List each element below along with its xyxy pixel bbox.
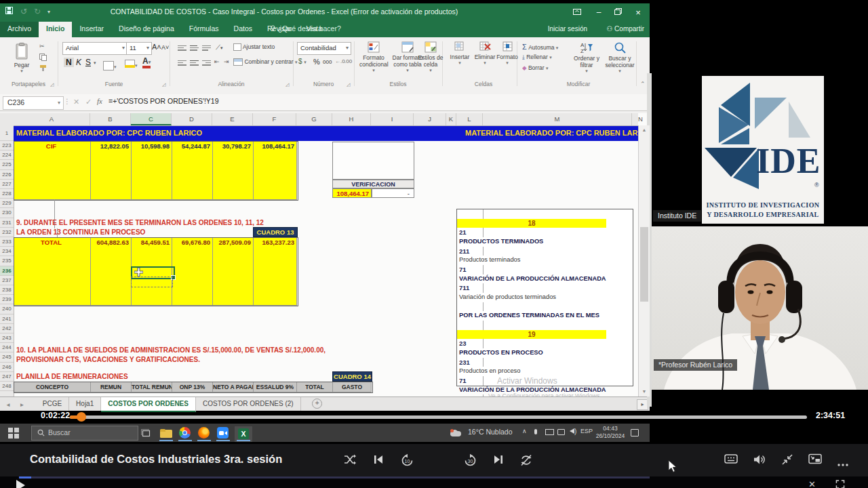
collapse-ribbon-icon[interactable]: ⌃ (640, 81, 646, 87)
ribbon-tab-datos[interactable]: Datos (226, 22, 260, 37)
row-header-237[interactable]: 237 (0, 276, 14, 285)
tray-keyboard-icon[interactable] (545, 429, 554, 436)
rewind-10-icon[interactable]: 10 (400, 453, 415, 468)
scroll-up-icon[interactable]: ▲ (639, 125, 650, 135)
account-code[interactable]: 71 (457, 265, 484, 274)
share-button[interactable]: ⚇ Compartir (606, 25, 644, 33)
orientation-icon[interactable]: ⟋▾ (216, 43, 223, 52)
accounting-format-icon[interactable]: $ ▾ (298, 58, 307, 65)
font-color-icon[interactable]: A▾ (142, 56, 151, 66)
row-header-225[interactable]: 225 (0, 160, 14, 169)
previous-track-icon[interactable] (372, 453, 387, 468)
increase-font-icon[interactable]: A˄ (152, 43, 161, 51)
cell[interactable]: 163,237.23 (254, 238, 297, 306)
italic-button[interactable]: K (76, 58, 81, 67)
bold-button[interactable]: N (64, 58, 74, 67)
clear-button[interactable]: ◆ Borrar ▾ (522, 64, 570, 71)
account-code[interactable] (457, 321, 484, 330)
row-header-229[interactable]: 229 (0, 199, 14, 208)
next-track-icon[interactable] (492, 453, 507, 468)
account-name[interactable]: Variación de productos terminados (457, 293, 606, 302)
cell[interactable]: ONP 13% (172, 382, 213, 392)
formula-text[interactable]: =+'COSTOS POR ORDENES'!Y19 (108, 97, 219, 105)
sheet-tab-costos-por-ordenes[interactable]: COSTOS POR ORDENES (101, 397, 196, 412)
comma-style-icon[interactable]: 000 (323, 59, 332, 65)
weather-icon[interactable] (450, 428, 465, 443)
seek-knob[interactable] (77, 412, 86, 422)
cut-icon[interactable]: ✂ (39, 43, 45, 49)
column-header-F[interactable]: F (253, 113, 296, 125)
fill-button[interactable]: ⤓ Rellenar ▾ (522, 54, 570, 61)
cuadro-14-tag[interactable]: CUADRO 14 (332, 371, 372, 382)
cell[interactable]: GASTO (333, 382, 372, 392)
column-header-J[interactable]: J (414, 113, 446, 125)
collapse-view-icon[interactable] (781, 453, 796, 468)
merge-center-button[interactable]: Combinar y centrar ▾ (233, 58, 298, 66)
row-header-231[interactable]: 231 (0, 218, 14, 228)
sheet-tab-pcge[interactable]: PCGE (36, 397, 69, 411)
ribbon-tab-dise-o-de-p-gina[interactable]: Diseño de página (111, 22, 182, 37)
row-header-233[interactable]: 233 (0, 237, 14, 247)
note-10-line1[interactable]: 10. LA PLANILLA DE SUELDOS DE ADMINISTRA… (16, 346, 326, 354)
cancel-formula-icon[interactable]: ✕ (73, 98, 79, 106)
task-view-icon[interactable] (141, 428, 156, 443)
account-code[interactable]: 21 (457, 228, 484, 237)
tray-language[interactable]: ESP (580, 428, 593, 434)
underline-dropdown-icon[interactable]: ▾ (94, 60, 96, 66)
row-header-234[interactable]: 234 (0, 247, 14, 256)
more-options-icon[interactable] (837, 458, 852, 472)
seek-bar[interactable] (70, 415, 807, 419)
cell[interactable]: REMUN (91, 382, 132, 392)
row-header-224[interactable]: 224 (0, 150, 14, 160)
row-header-235[interactable]: 235 (0, 256, 14, 266)
column-header-G[interactable]: G (296, 113, 332, 125)
picture-in-picture-icon[interactable] (808, 453, 823, 468)
weather-text[interactable]: 16°C Nublado (468, 428, 513, 436)
account-name[interactable]: 18 (457, 219, 606, 228)
column-header-A[interactable]: A (14, 113, 90, 125)
cell[interactable]: ESSALUD 9% (254, 382, 297, 392)
account-name[interactable]: PRODUCTOS TERMINADOS (457, 237, 606, 247)
copy-icon[interactable] (39, 54, 47, 62)
account-name[interactable]: Productos terminados (457, 256, 606, 265)
row-header-244[interactable]: 244 (0, 343, 14, 352)
font-name-select[interactable]: Arial▾ (62, 42, 127, 55)
account-code[interactable] (457, 209, 484, 219)
percent-style-icon[interactable]: % (313, 58, 320, 66)
start-button[interactable] (8, 428, 23, 442)
row-header-238[interactable]: 238 (0, 285, 14, 295)
number-format-select[interactable]: Contabilidad▾ (297, 42, 351, 55)
column-header-E[interactable]: E (212, 113, 253, 125)
account-code[interactable]: 211 (457, 247, 484, 256)
column-header-L[interactable]: L (456, 113, 483, 125)
decrease-decimal-icon[interactable]: .00 (344, 58, 352, 64)
close-button[interactable]: × (631, 7, 646, 18)
account-code[interactable] (457, 302, 484, 312)
paste-button[interactable]: Pegar ▾ (7, 43, 37, 74)
cell[interactable]: TOTAL (14, 238, 91, 306)
name-box[interactable]: C236▾ (3, 96, 64, 110)
account-name[interactable]: POR LAS ORDENES TERMINADAS EN EL MES (457, 311, 606, 321)
cell[interactable]: 30,798.27 (213, 142, 254, 200)
note-planilla[interactable]: PLANILLA DE REMUNERACIONES (16, 373, 128, 380)
sheet-tab-costos-por-ordenes-2-[interactable]: COSTOS POR ORDENES (2) (196, 397, 301, 411)
row-header-247[interactable]: 247 (0, 372, 14, 382)
cell[interactable]: 108,464.17 (254, 142, 297, 200)
shuffle-icon[interactable] (343, 453, 358, 468)
note-9-line2[interactable]: LA ORDEN 13 CONTINUA EN PROCESO (16, 228, 145, 236)
cell[interactable]: TOTAL (297, 382, 333, 392)
cell[interactable]: 69,676.80 (172, 238, 213, 306)
wrap-text-button[interactable]: Ajustar texto (233, 43, 275, 51)
column-header-M[interactable]: M (483, 113, 632, 125)
clipboard-dialog-launcher-icon[interactable]: ◿ (50, 82, 54, 87)
autosum-button[interactable]: Σ Autosuma ▾ (522, 43, 570, 51)
tell-me-box[interactable]: ¿Qué desea hacer? (270, 24, 341, 33)
note-10-line2[interactable]: PROVISIONAR CTS, VACACIONES Y GRATIFICAC… (16, 356, 200, 363)
verification-label[interactable]: VERIFICACION (332, 180, 414, 188)
sign-in-link[interactable]: Iniciar sesión (548, 25, 587, 33)
borders-icon[interactable]: ▾ (103, 59, 117, 71)
tray-clock[interactable]: 04:43 26/10/2024 (595, 425, 625, 439)
worksheet-grid[interactable]: ABCDEFGHIJKLMN 1223224225226227228229230… (0, 113, 650, 396)
account-code[interactable]: 711 (457, 283, 484, 293)
increase-decimal-icon[interactable]: ←.0 (335, 58, 345, 64)
